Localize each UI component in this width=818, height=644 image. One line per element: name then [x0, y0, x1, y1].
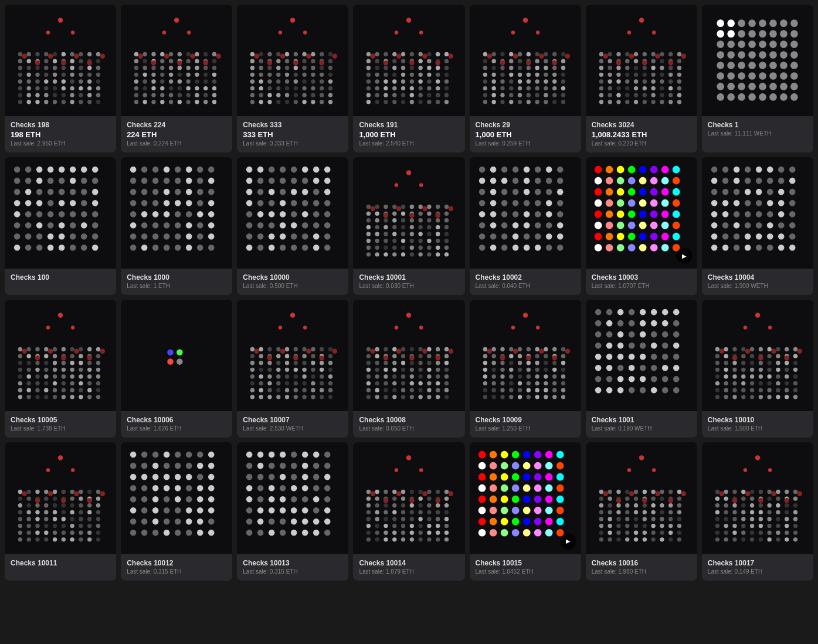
card-info: Checks 333333 ETHLast sale: 0.333 ETH: [237, 116, 348, 152]
svg-point-783: [257, 222, 264, 229]
svg-point-740: [208, 245, 215, 251]
svg-point-1211: [328, 354, 332, 358]
svg-point-848: [436, 225, 440, 229]
svg-point-379: [491, 59, 495, 63]
svg-point-2048: [599, 524, 603, 528]
nft-card[interactable]: Checks 10006Last sale: 1.626 ETH: [121, 300, 232, 438]
svg-point-1561: [724, 368, 728, 372]
svg-point-558: [748, 30, 756, 38]
svg-point-1003: [594, 222, 602, 229]
svg-point-1036: [711, 178, 718, 184]
svg-point-171: [186, 100, 191, 104]
svg-point-734: [141, 245, 148, 251]
svg-point-1077: [722, 233, 729, 240]
svg-point-930: [478, 211, 485, 218]
svg-point-1944: [545, 462, 552, 470]
svg-point-1172: [70, 395, 74, 399]
svg-point-505: [651, 79, 655, 83]
svg-point-203: [311, 59, 315, 63]
svg-point-2049: [607, 524, 612, 528]
svg-point-357: [371, 53, 375, 58]
svg-point-1101: [62, 347, 66, 351]
svg-point-779: [302, 211, 308, 218]
nft-card[interactable]: Checks 10012Last sale: 0.315 ETH: [121, 442, 232, 580]
svg-point-2119: [715, 510, 719, 514]
play-button[interactable]: ▶: [560, 533, 576, 550]
nft-card[interactable]: Checks 10011: [5, 442, 116, 580]
svg-point-568: [769, 40, 777, 48]
svg-point-1132: [70, 368, 74, 372]
nft-card[interactable]: Checks 198198 ETHLast sale: 2.950 ETH: [5, 5, 116, 152]
svg-point-866: [419, 239, 423, 243]
nft-card[interactable]: Checks 1001Last sale: 0.190 WETH: [586, 300, 697, 438]
nft-card[interactable]: Checks 10004Last sale: 1.900 WETH: [702, 157, 813, 295]
nft-card[interactable]: Checks 10010Last sale: 1.500 ETH: [702, 300, 813, 438]
nft-card[interactable]: ▶Checks 10015Last sale: 1.0452 ETH: [470, 442, 581, 580]
nft-card[interactable]: Checks 333333 ETHLast sale: 0.333 ETH: [237, 5, 348, 152]
svg-point-908: [501, 178, 507, 184]
svg-point-1648: [79, 503, 83, 507]
svg-point-196: [250, 59, 254, 63]
svg-point-1921: [444, 538, 449, 542]
svg-point-504: [642, 79, 646, 83]
nft-card[interactable]: Checks 291,000 ETHLast sale: 0.259 ETH: [470, 5, 581, 152]
svg-point-1346: [392, 388, 396, 392]
svg-point-484: [642, 66, 646, 70]
nft-card[interactable]: Checks 10013Last sale: 0.315 ETH: [237, 442, 348, 580]
nft-card[interactable]: Checks 30241,008.2433 ETHLast sale: 0.22…: [586, 5, 697, 152]
svg-point-868: [436, 239, 440, 243]
nft-card[interactable]: ▶Checks 10003Last sale: 1.0707 ETH: [586, 157, 697, 295]
card-last-sale: Last sale: 0.333 ETH: [243, 140, 342, 147]
svg-point-2023: [642, 503, 646, 507]
svg-point-1635: [53, 497, 57, 501]
nft-card[interactable]: Checks 100: [5, 157, 116, 295]
nft-card[interactable]: Checks 1911,000 ETHLast sale: 2.540 ETH: [353, 5, 464, 152]
svg-point-1137: [26, 375, 30, 379]
nft-card[interactable]: Checks 10000Last sale: 0.500 ETH: [237, 157, 348, 295]
card-info: Checks 10012Last sale: 0.315 ETH: [121, 554, 232, 581]
nft-card[interactable]: Checks 1000Last sale: 1 ETH: [121, 157, 232, 295]
svg-point-340: [392, 93, 396, 97]
card-price: 1,000 ETH: [359, 130, 459, 139]
svg-point-749: [324, 167, 331, 173]
svg-point-534: [642, 100, 646, 104]
nft-card[interactable]: Checks 10005Last sale: 1.738 ETH: [5, 300, 116, 438]
svg-point-1907: [410, 531, 414, 535]
card-last-sale: Last sale: 0.259 ETH: [476, 140, 575, 147]
svg-point-37: [44, 73, 48, 77]
svg-point-1772: [208, 530, 215, 536]
svg-point-310: [392, 73, 396, 77]
svg-point-1595: [758, 388, 762, 392]
svg-point-1342: [444, 381, 449, 385]
svg-point-512: [625, 86, 629, 90]
nft-card[interactable]: Checks 10016Last sale: 1.980 ETH: [586, 442, 697, 580]
svg-point-1159: [44, 388, 48, 392]
nft-card[interactable]: Checks 10001Last sale: 0.030 ETH: [353, 157, 464, 295]
svg-point-43: [96, 73, 100, 77]
nft-card[interactable]: Checks 10009Last sale: 1.250 ETH: [470, 300, 581, 438]
svg-point-167: [151, 100, 155, 104]
svg-point-2134: [758, 517, 762, 521]
nft-card[interactable]: Checks 10002Last sale: 0.040 ETH: [470, 157, 581, 295]
nft-card[interactable]: Checks 10014Last sale: 1.879 ETH: [353, 442, 464, 580]
nft-card[interactable]: Checks 10007Last sale: 2.530 WETH: [237, 300, 348, 438]
svg-point-1704: [100, 492, 105, 496]
svg-point-299: [384, 66, 388, 70]
nft-card[interactable]: Checks 10017Last sale: 0.149 ETH: [702, 442, 813, 580]
svg-point-65: [26, 93, 30, 97]
svg-point-859: [444, 232, 449, 236]
svg-point-911: [534, 178, 541, 184]
svg-point-1151: [62, 381, 66, 385]
svg-point-187: [259, 52, 263, 56]
svg-point-304: [427, 66, 432, 70]
svg-point-1380: [535, 347, 539, 351]
svg-point-1105: [96, 347, 100, 351]
svg-point-571: [717, 51, 724, 59]
nft-card[interactable]: Checks 10008Last sale: 0.650 ETH: [353, 300, 464, 438]
nft-card[interactable]: Checks 224224 ETHLast sale: 0.224 ETH: [121, 5, 232, 152]
svg-point-90: [87, 60, 91, 65]
svg-point-2156: [776, 531, 780, 535]
play-button[interactable]: ▶: [676, 248, 693, 264]
svg-point-2141: [732, 524, 736, 528]
nft-card[interactable]: Checks 1Last sale: 11.111 WETH: [702, 5, 813, 152]
